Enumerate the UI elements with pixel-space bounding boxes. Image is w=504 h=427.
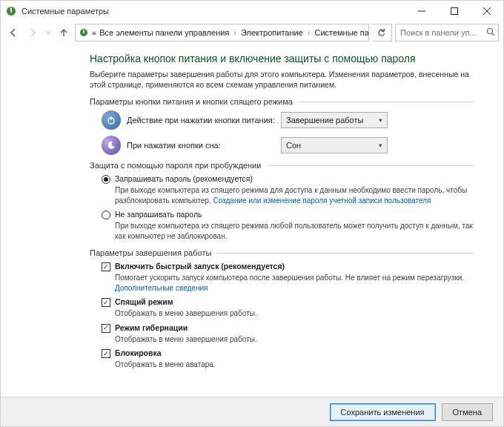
group-shutdown-legend-text: Параметры завершения работы [90,248,211,257]
forward-button[interactable] [24,24,41,41]
radio-require-password: Запрашивать пароль (рекомендуется) [102,174,474,184]
minimize-button[interactable] [405,1,438,21]
refresh-button[interactable] [372,24,392,42]
window-controls [405,1,503,21]
check-hibernate-desc: Отображать в меню завершения работы. [115,334,474,345]
footer: Сохранить изменения Отмена [1,397,503,426]
power-button-action-dropdown[interactable]: Завершение работы ▾ [281,112,388,128]
crumb-prefix: « [92,28,96,37]
divider [299,102,474,102]
chevron-down-icon: ▾ [379,116,382,124]
search-icon [486,27,495,38]
create-change-password-link[interactable]: Создание или изменение пароля учетной за… [213,196,431,205]
content: Настройка кнопок питания и включение защ… [1,44,503,397]
page-heading: Настройка кнопок питания и включение защ… [90,53,474,64]
recent-dropdown[interactable] [44,24,53,41]
chevron-down-icon: ▾ [379,142,382,149]
more-info-link[interactable]: Дополнительные сведения [115,284,208,292]
group-password-legend-text: Защита с помощью пароля при пробуждении [90,161,261,170]
radio-no-password-label[interactable]: Не запрашивать пароль [115,210,202,219]
radio-no-password-desc: При выходе компьютера из спящего режима … [115,221,474,241]
svg-point-5 [488,29,493,34]
check-sleep-desc: Отображать в меню завершения работы. [115,308,474,319]
check-lock-desc: Отображать в меню аватара. [115,360,474,370]
check-lock-input[interactable] [102,349,110,358]
check-fast-startup-desc: Помогает ускорить запуск компьютера посл… [115,273,474,293]
divider [267,165,474,166]
check-sleep-input[interactable] [102,298,110,307]
power-button-label: Действие при нажатии кнопки питания: [127,116,275,125]
svg-rect-2 [451,8,458,15]
check-hibernate-input[interactable] [102,324,110,333]
crumb-1[interactable]: Все элементы панели управления [99,28,229,37]
check-lock: Блокировка [102,348,474,358]
svg-rect-7 [110,116,111,120]
check-lock-label[interactable]: Блокировка [115,348,162,357]
chevron-icon: › [306,28,312,37]
radio-require-password-input[interactable] [102,175,110,184]
power-icon [102,110,121,130]
check-sleep: Спящий режим [102,297,474,307]
group-buttons-legend-text: Параметры кнопки питания и кнопки спящег… [90,97,293,106]
check-sleep-label[interactable]: Спящий режим [115,297,173,306]
power-button-value: Завершение работы [286,116,363,125]
check-hibernate-label[interactable]: Режим гибернации [115,323,188,332]
sleep-button-value: Сон [286,141,301,150]
maximize-button[interactable] [438,1,471,21]
title-text: Системные параметры [21,7,405,16]
search-box[interactable] [395,24,499,42]
check-fast-startup-input[interactable] [102,262,110,271]
cancel-button[interactable]: Отмена [442,403,493,421]
back-button[interactable] [5,24,21,41]
svg-rect-4 [83,30,84,33]
radio-require-password-desc: При выходе компьютера из спящего режима … [115,185,474,205]
page-intro: Выберите параметры завершения работы для… [90,69,474,90]
search-input[interactable] [399,27,483,38]
sleep-button-label: При нажатии кнопки сна: [127,141,275,150]
moon-icon [102,136,121,155]
radio-no-password: Не запрашивать пароль [102,210,474,219]
sleep-button-row: При нажатии кнопки сна: Сон ▾ [102,136,474,155]
divider [217,253,474,254]
close-button[interactable] [471,1,503,21]
group-shutdown-legend: Параметры завершения работы [90,248,474,257]
check-fast-startup: Включить быстрый запуск (рекомендуется) [102,262,474,271]
svg-rect-1 [10,7,12,13]
group-buttons-legend: Параметры кнопки питания и кнопки спящег… [90,97,474,106]
power-button-row: Действие при нажатии кнопки питания: Зав… [102,110,474,130]
address-bar[interactable]: « Все элементы панели управления › Элект… [75,24,369,42]
check-hibernate: Режим гибернации [102,323,474,333]
chevron-icon: › [232,28,238,37]
sleep-button-action-dropdown[interactable]: Сон ▾ [281,137,388,153]
group-password-legend: Защита с помощью пароля при пробуждении [90,161,474,170]
crumb-3[interactable]: Системные параметры [314,28,369,37]
crumb-2[interactable]: Электропитание [241,28,303,37]
up-button[interactable] [56,24,72,41]
titlebar: Системные параметры [1,1,503,21]
check-fast-startup-label[interactable]: Включить быстрый запуск (рекомендуется) [115,262,285,271]
control-panel-icon [79,27,89,39]
app-icon [5,5,17,17]
radio-no-password-input[interactable] [102,211,110,219]
save-button[interactable]: Сохранить изменения [330,403,436,421]
nav-row: « Все элементы панели управления › Элект… [1,21,503,44]
window: Системные параметры [0,0,504,427]
radio-require-password-label[interactable]: Запрашивать пароль (рекомендуется) [115,174,253,183]
